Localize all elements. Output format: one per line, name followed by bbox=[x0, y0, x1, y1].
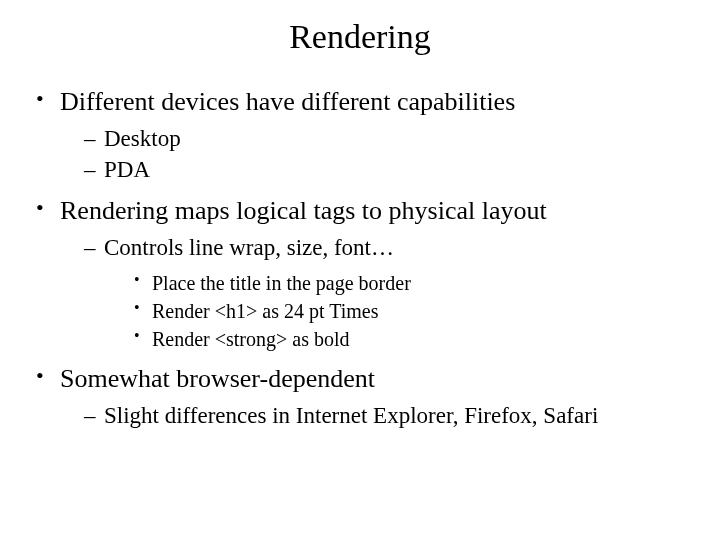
bullet-list-level1: Different devices have different capabil… bbox=[20, 84, 700, 431]
bullet-list-level2: Slight differences in Internet Explorer,… bbox=[60, 400, 700, 431]
list-item: PDA bbox=[84, 154, 700, 185]
list-item: Somewhat browser-dependent Slight differ… bbox=[36, 361, 700, 431]
list-item: Slight differences in Internet Explorer,… bbox=[84, 400, 700, 431]
bullet-text: PDA bbox=[104, 157, 150, 182]
bullet-text: Different devices have different capabil… bbox=[60, 87, 515, 116]
bullet-list-level2: Desktop PDA bbox=[60, 123, 700, 185]
bullet-text: Desktop bbox=[104, 126, 181, 151]
list-item: Place the title in the page border bbox=[134, 269, 700, 297]
bullet-text: Place the title in the page border bbox=[152, 272, 411, 294]
list-item: Controls line wrap, size, font… Place th… bbox=[84, 232, 700, 353]
bullet-text: Controls line wrap, size, font… bbox=[104, 235, 394, 260]
bullet-text: Slight differences in Internet Explorer,… bbox=[104, 403, 598, 428]
slide-title: Rendering bbox=[20, 18, 700, 56]
bullet-list-level2: Controls line wrap, size, font… Place th… bbox=[60, 232, 700, 353]
list-item: Render <h1> as 24 pt Times bbox=[134, 297, 700, 325]
bullet-text: Render <h1> as 24 pt Times bbox=[152, 300, 378, 322]
bullet-text: Somewhat browser-dependent bbox=[60, 364, 375, 393]
bullet-text: Render <strong> as bold bbox=[152, 328, 350, 350]
bullet-text: Rendering maps logical tags to physical … bbox=[60, 196, 547, 225]
list-item: Different devices have different capabil… bbox=[36, 84, 700, 185]
list-item: Render <strong> as bold bbox=[134, 325, 700, 353]
bullet-list-level3: Place the title in the page border Rende… bbox=[104, 269, 700, 353]
list-item: Rendering maps logical tags to physical … bbox=[36, 193, 700, 353]
list-item: Desktop bbox=[84, 123, 700, 154]
